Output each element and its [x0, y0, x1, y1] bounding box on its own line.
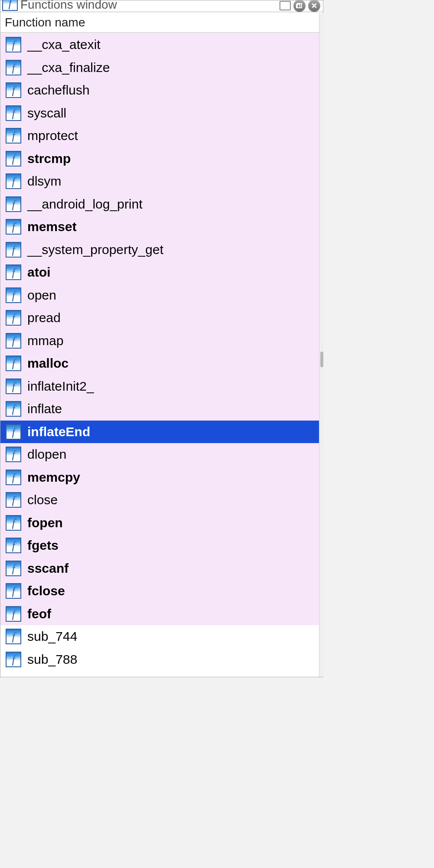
function-icon	[6, 333, 21, 349]
function-row[interactable]: inflateInit2_	[0, 375, 323, 398]
window-titlebar[interactable]: Functions window	[0, 0, 323, 12]
function-icon	[6, 492, 21, 508]
function-icon	[6, 561, 21, 576]
function-row[interactable]: inflateEnd	[0, 421, 323, 444]
function-row[interactable]: malloc	[0, 352, 323, 375]
function-name: __android_log_print	[21, 197, 142, 212]
function-name: __cxa_atexit	[21, 37, 100, 52]
functions-window: Functions window Function na	[0, 0, 323, 677]
function-name: malloc	[21, 356, 69, 371]
close-icon	[311, 2, 318, 9]
function-name: open	[21, 288, 56, 303]
function-icon	[6, 128, 21, 144]
function-row[interactable]: syscall	[0, 102, 323, 125]
function-icon	[6, 60, 21, 75]
function-name: inflateEnd	[21, 424, 90, 439]
function-icon	[6, 37, 21, 52]
function-row[interactable]: __system_property_get	[0, 238, 323, 261]
function-row[interactable]: sub_788	[0, 648, 323, 671]
function-row[interactable]: sscanf	[0, 557, 323, 580]
function-icon	[6, 629, 21, 644]
function-name: inflate	[21, 401, 62, 416]
function-icon	[6, 356, 21, 371]
function-name: strcmp	[21, 151, 71, 166]
function-name: mmap	[21, 333, 63, 348]
function-icon	[6, 379, 21, 394]
function-name: close	[21, 493, 58, 507]
function-row[interactable]: cacheflush	[0, 79, 323, 102]
function-name: sub_744	[21, 629, 77, 644]
function-icon	[2, 0, 18, 11]
function-name: sscanf	[21, 561, 69, 576]
function-name: inflateInit2_	[21, 379, 94, 394]
window-title: Functions window	[20, 0, 279, 12]
function-row[interactable]: feof	[0, 603, 323, 626]
function-row[interactable]: dlsym	[0, 170, 323, 193]
function-row[interactable]: sub_744	[0, 625, 323, 648]
function-icon	[6, 287, 21, 303]
function-row[interactable]: mprotect	[0, 124, 323, 147]
function-row[interactable]: inflate	[0, 398, 323, 421]
function-icon	[6, 652, 21, 667]
function-row[interactable]: dlopen	[0, 443, 323, 466]
function-row[interactable]: atoi	[0, 261, 323, 284]
function-icon	[6, 242, 21, 258]
function-row[interactable]: fclose	[0, 580, 323, 603]
function-row[interactable]: fopen	[0, 512, 323, 535]
function-row[interactable]: memset	[0, 215, 323, 238]
function-name: mprotect	[21, 128, 78, 143]
function-row[interactable]: __cxa_atexit	[0, 33, 323, 56]
function-row[interactable]: fgets	[0, 534, 323, 557]
close-button[interactable]	[308, 0, 320, 12]
function-icon	[6, 82, 21, 98]
function-icon	[6, 470, 21, 485]
function-icon	[6, 447, 21, 462]
function-row[interactable]: close	[0, 489, 323, 512]
function-icon	[6, 219, 21, 235]
function-row[interactable]: memcpy	[0, 466, 323, 489]
function-icon	[6, 105, 21, 121]
function-name: cacheflush	[21, 83, 89, 98]
function-icon	[6, 424, 21, 440]
function-icon	[6, 151, 21, 166]
scrollbar[interactable]	[319, 13, 323, 677]
function-list[interactable]: __cxa_atexit__cxa_finalizecacheflushsysc…	[0, 33, 323, 677]
function-icon	[6, 173, 21, 189]
function-row[interactable]: strcmp	[0, 147, 323, 170]
function-name: __system_property_get	[21, 242, 164, 257]
function-row[interactable]: open	[0, 284, 323, 307]
function-icon	[6, 515, 21, 531]
function-icon	[6, 538, 21, 553]
function-icon	[6, 310, 21, 326]
function-icon	[6, 401, 21, 417]
dock-button[interactable]	[293, 0, 306, 12]
column-header-label: Function name	[5, 16, 85, 29]
function-row[interactable]: __android_log_print	[0, 193, 323, 216]
function-name: feof	[21, 607, 51, 621]
scrollbar-thumb[interactable]	[320, 352, 323, 367]
window-controls	[279, 0, 320, 12]
function-row[interactable]: mmap	[0, 330, 323, 352]
function-name: syscall	[21, 106, 66, 121]
function-row[interactable]: pread	[0, 307, 323, 330]
function-icon	[6, 606, 21, 622]
function-name: dlsym	[21, 174, 61, 189]
column-header[interactable]: Function name	[0, 12, 323, 33]
function-name: dlopen	[21, 447, 66, 462]
function-icon	[6, 583, 21, 599]
function-name: memcpy	[21, 470, 80, 485]
function-name: fclose	[21, 584, 65, 598]
function-name: __cxa_finalize	[21, 60, 110, 75]
function-name: fgets	[21, 538, 59, 553]
function-icon	[6, 264, 21, 280]
function-icon	[6, 196, 21, 212]
function-name: sub_788	[21, 652, 77, 667]
function-name: fopen	[21, 516, 63, 530]
function-name: pread	[21, 310, 61, 325]
restore-icon[interactable]	[279, 1, 291, 10]
function-name: atoi	[21, 265, 50, 280]
dock-icon	[296, 2, 303, 9]
function-row[interactable]: __cxa_finalize	[0, 56, 323, 79]
function-name: memset	[21, 219, 76, 234]
